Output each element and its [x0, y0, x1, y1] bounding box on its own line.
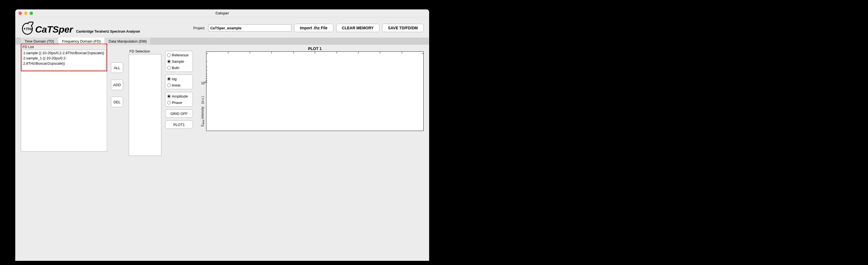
save-button[interactable]: SAVE TD/FD/DM	[382, 24, 424, 32]
plot-controls-column: Reference Sample Both log linear Amplitu…	[165, 51, 193, 156]
radio-amplitude[interactable]: Amplitude	[167, 93, 191, 99]
fd-list-highlight: FD List 1:sample ((-10-20ps/0.2-2.8THz/B…	[21, 44, 107, 71]
fd-selection-list[interactable]	[129, 54, 161, 156]
radio-phase[interactable]: Phase	[167, 100, 191, 105]
plot-canvas[interactable]	[206, 52, 424, 131]
fd-selection-panel: FD Selection	[129, 49, 161, 156]
project-label: Project	[193, 26, 205, 30]
import-button[interactable]: Import .thz File	[294, 24, 334, 32]
del-button[interactable]: DEL	[111, 97, 123, 107]
plot-frame-wrap: PLOT 1	[206, 46, 424, 131]
fd-list-panel: FD List 1:sample ((-10-20ps/0.2-2.8THz/B…	[21, 49, 107, 156]
fd-list[interactable]: 1:sample ((-10-20ps/0.2-2.8THz/Boxcar/2u…	[22, 50, 106, 70]
fd-list-extended[interactable]	[21, 71, 107, 152]
plot-title: PLOT 1	[308, 46, 321, 51]
svg-point-0	[24, 28, 26, 30]
titlebar: Catsper	[15, 9, 429, 17]
list-item[interactable]: 2:sample_1 ((-10-20ps/0.2-2.8THz/Boxcar/…	[23, 56, 104, 66]
project-input[interactable]	[208, 24, 291, 32]
radio-log[interactable]: log	[167, 76, 191, 81]
add-button[interactable]: ADD	[111, 79, 123, 90]
fd-list-label: FD List	[22, 44, 106, 49]
tab-data-manipulation[interactable]: Data Manipulation (DM)	[105, 38, 151, 45]
all-button[interactable]: ALL	[111, 62, 123, 73]
app-subtitle: Cambridge Terahertz Spectrum Analyser	[76, 30, 140, 35]
plot1-button[interactable]: PLOT1	[165, 121, 193, 129]
app-name: CaTSper	[35, 24, 73, 35]
radio-sample[interactable]: Sample	[167, 59, 191, 64]
quantity-radio-group: Amplitude Phase	[165, 92, 193, 107]
radio-linear[interactable]: linear	[167, 82, 191, 88]
content-area: THz CaTSper Cambridge Terahertz Spectrum…	[15, 17, 429, 156]
grid-toggle-button[interactable]: GRID OFF	[165, 109, 193, 118]
clear-memory-button[interactable]: CLEAR MEMORY	[336, 24, 380, 32]
scale-radio-group: log linear	[165, 75, 193, 89]
app-logo-icon: THz	[21, 21, 34, 35]
svg-text:THz: THz	[26, 27, 32, 31]
radio-both[interactable]: Both	[167, 65, 191, 70]
app-window: Catsper THz CaTSper Cambridge Terahertz …	[15, 9, 429, 261]
fd-selection-label: FD Selection	[129, 49, 161, 53]
list-item[interactable]: 1:sample ((-10-20ps/0.2-2.8THz/Boxcar/2u…	[23, 51, 104, 56]
y-tick-label: 100	[199, 81, 206, 85]
body-area: FD List 1:sample ((-10-20ps/0.2-2.8THz/B…	[21, 45, 424, 156]
y-axis-label: Efield intensity (a.u.)	[200, 96, 205, 127]
header-row: THz CaTSper Cambridge Terahertz Spectrum…	[21, 21, 424, 35]
list-buttons-column: ALL ADD DEL	[111, 62, 124, 156]
y-axis-label-area: 100 Efield intensity (a.u.)	[199, 46, 206, 127]
plot-area: 100 Efield intensity (a.u.) PLOT 1	[199, 46, 424, 156]
radio-reference[interactable]: Reference	[167, 52, 191, 58]
window-title: Catsper	[15, 11, 429, 15]
source-radio-group: Reference Sample Both	[165, 51, 193, 72]
logo-area: THz CaTSper Cambridge Terahertz Spectrum…	[21, 21, 140, 35]
